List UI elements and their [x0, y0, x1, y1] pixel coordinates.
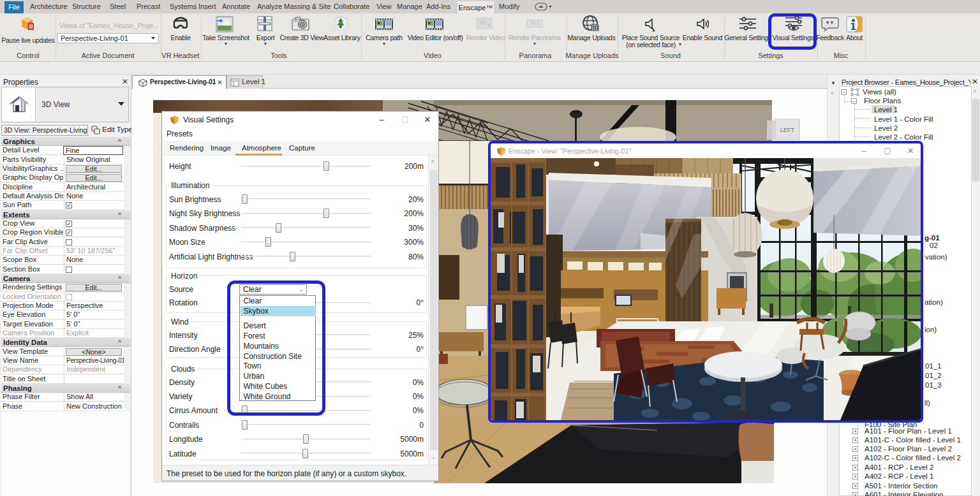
svg-text:LEFT: LEFT	[780, 127, 795, 133]
